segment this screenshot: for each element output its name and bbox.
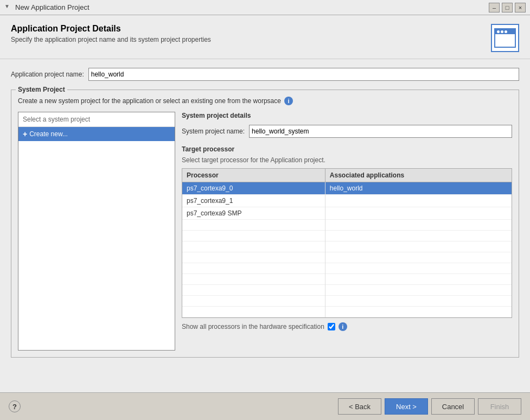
system-project-list-item-create-new[interactable]: + Create new... <box>18 127 175 141</box>
system-project-list-header: Select a system project <box>18 112 175 127</box>
dialog-footer: ? < Back Next > Cancel Finish <box>0 392 530 420</box>
processor-table: Processor Associated applications ps7_co… <box>182 169 512 317</box>
associated-apps-col-header: Associated applications <box>325 169 512 182</box>
finish-button[interactable]: Finish <box>478 398 521 415</box>
system-project-description: Create a new system project for the appl… <box>18 97 512 105</box>
show-all-processors-row: Show all processors in the hardware spec… <box>182 322 512 331</box>
system-project-details: System project details System project na… <box>182 112 512 331</box>
table-empty-row <box>182 307 512 317</box>
back-button[interactable]: < Back <box>338 398 381 415</box>
system-project-legend: System Project <box>16 86 67 93</box>
show-all-processors-checkbox[interactable] <box>328 323 335 330</box>
cancel-button[interactable]: Cancel <box>431 398 475 415</box>
title-bar-icon: ▼ <box>4 3 13 12</box>
table-empty-row <box>182 252 512 263</box>
associated-app <box>325 195 512 207</box>
dialog-header: Application Project Details Specify the … <box>0 15 530 59</box>
system-project-name-row: System project name: <box>182 125 512 138</box>
table-empty-row <box>182 231 512 241</box>
system-project-list-panel: Select a system project + Create new... <box>18 112 175 351</box>
target-processor-desc: Select target processor for the Applicat… <box>182 156 512 164</box>
dialog-content: Application project name: System Project… <box>0 59 530 392</box>
associated-app <box>325 207 512 220</box>
table-empty-row <box>182 285 512 296</box>
processor-col-header: Processor <box>182 169 325 182</box>
table-empty-row <box>182 274 512 285</box>
processor-name: ps7_cortexa9_0 <box>182 182 325 195</box>
show-all-info-icon[interactable]: i <box>339 322 347 331</box>
processor-table-wrapper: Processor Associated applications ps7_co… <box>182 168 512 318</box>
system-project-name-input[interactable] <box>249 125 512 138</box>
close-button[interactable]: × <box>515 3 526 12</box>
processor-name: ps7_cortexa9 SMP <box>182 207 325 220</box>
system-project-group: System Project Create a new system proje… <box>11 90 519 358</box>
title-bar-controls: – □ × <box>489 3 526 12</box>
table-empty-row <box>182 263 512 274</box>
title-bar-left: ▼ New Application Project <box>4 3 90 12</box>
show-all-processors-label: Show all processors in the hardware spec… <box>182 323 324 330</box>
processor-table-header-row: Processor Associated applications <box>182 169 512 182</box>
table-empty-row <box>182 220 512 231</box>
dialog-header-text: Application Project Details Specify the … <box>11 24 211 43</box>
dialog: Application Project Details Specify the … <box>0 15 530 420</box>
next-button[interactable]: Next > <box>385 398 428 415</box>
app-project-name-row: Application project name: <box>11 68 519 81</box>
header-icon <box>491 24 519 52</box>
minimize-button[interactable]: – <box>489 3 500 12</box>
processor-table-body: ps7_cortexa9_0 hello_world ps7_cortexa9_… <box>182 182 512 317</box>
page-subtitle: Specify the application project name and… <box>11 36 211 43</box>
create-new-label: Create new... <box>29 130 68 138</box>
table-row[interactable]: ps7_cortexa9_0 hello_world <box>182 182 512 195</box>
table-row[interactable]: ps7_cortexa9_1 <box>182 195 512 207</box>
title-bar: ▼ New Application Project – □ × <box>0 0 530 15</box>
title-bar-title: New Application Project <box>15 3 90 11</box>
associated-app: hello_world <box>325 182 512 195</box>
system-project-info-icon[interactable]: i <box>284 97 293 105</box>
footer-left: ? <box>9 400 21 412</box>
system-project-name-label: System project name: <box>182 128 245 135</box>
table-empty-row <box>182 241 512 252</box>
page-title: Application Project Details <box>11 24 211 34</box>
maximize-button[interactable]: □ <box>502 3 513 12</box>
footer-right: < Back Next > Cancel Finish <box>338 398 521 415</box>
system-project-details-title: System project details <box>182 112 512 119</box>
app-project-name-input[interactable] <box>88 68 519 81</box>
processor-table-head: Processor Associated applications <box>182 169 512 182</box>
processor-name: ps7_cortexa9_1 <box>182 195 325 207</box>
table-row[interactable]: ps7_cortexa9 SMP <box>182 207 512 220</box>
plus-icon: + <box>23 130 27 138</box>
table-empty-row <box>182 296 512 307</box>
help-button[interactable]: ? <box>9 400 21 412</box>
app-project-name-label: Application project name: <box>11 71 84 78</box>
target-processor-title: Target processor <box>182 145 512 153</box>
system-project-two-col: Select a system project + Create new... … <box>18 112 512 351</box>
